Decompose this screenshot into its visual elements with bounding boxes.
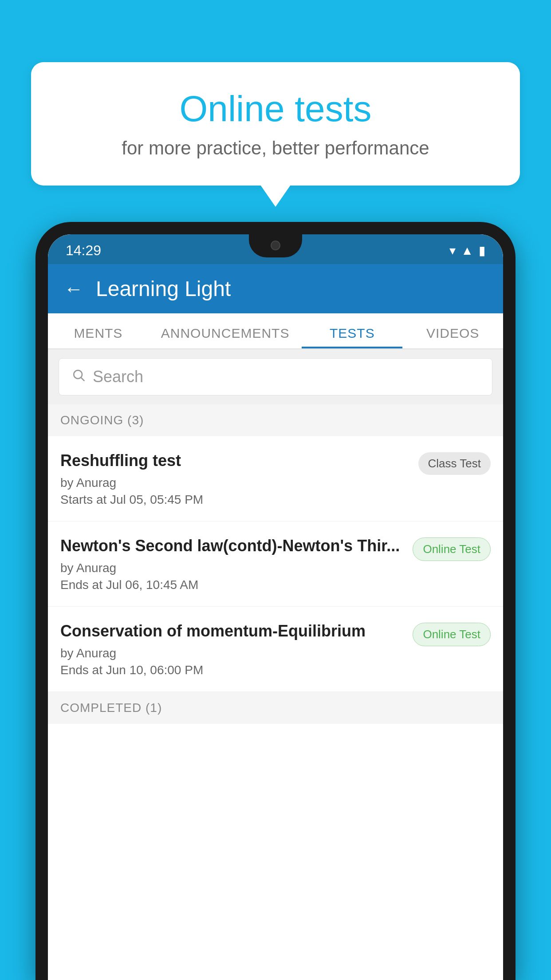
test-badge-online: Online Test xyxy=(413,623,491,646)
tab-videos[interactable]: VIDEOS xyxy=(402,313,503,348)
tab-ments[interactable]: MENTS xyxy=(48,313,149,348)
test-info: Newton's Second law(contd)-Newton's Thir… xyxy=(60,536,413,592)
test-item[interactable]: Conservation of momentum-Equilibrium by … xyxy=(48,607,503,692)
test-author: by Anurag xyxy=(60,646,404,660)
test-time: Starts at Jul 05, 05:45 PM xyxy=(60,493,409,507)
screen-content: Search ONGOING (3) Reshuffling test by A… xyxy=(48,349,503,980)
test-badge-online: Online Test xyxy=(413,537,491,561)
test-badge-class: Class Test xyxy=(418,452,491,475)
completed-label: COMPLETED (1) xyxy=(60,701,162,715)
bubble-subtitle: for more practice, better performance xyxy=(67,138,484,159)
test-item[interactable]: Reshuffling test by Anurag Starts at Jul… xyxy=(48,436,503,522)
notch xyxy=(249,234,302,257)
svg-point-0 xyxy=(74,371,82,379)
test-author: by Anurag xyxy=(60,561,404,575)
tab-tests[interactable]: TESTS xyxy=(302,313,402,348)
svg-line-1 xyxy=(81,378,84,381)
search-input[interactable]: Search xyxy=(93,368,143,386)
camera xyxy=(271,241,280,250)
test-time: Ends at Jul 06, 10:45 AM xyxy=(60,578,404,592)
phone-wrapper: 14:29 ▾ ▲ ▮ ← Learning Light MENTS ANNOU… xyxy=(35,222,516,980)
status-icons: ▾ ▲ ▮ xyxy=(449,243,485,258)
test-name: Conservation of momentum-Equilibrium xyxy=(60,621,404,642)
app-title: Learning Light xyxy=(96,277,231,301)
search-bar[interactable]: Search xyxy=(59,358,492,395)
test-time: Ends at Jun 10, 06:00 PM xyxy=(60,663,404,677)
status-bar: 14:29 ▾ ▲ ▮ xyxy=(48,234,503,264)
speech-bubble-container: Online tests for more practice, better p… xyxy=(31,62,520,186)
test-name: Reshuffling test xyxy=(60,450,409,471)
test-name: Newton's Second law(contd)-Newton's Thir… xyxy=(60,536,404,557)
battery-icon: ▮ xyxy=(479,243,485,258)
test-info: Conservation of momentum-Equilibrium by … xyxy=(60,621,413,677)
test-list: Reshuffling test by Anurag Starts at Jul… xyxy=(48,436,503,692)
signal-icon: ▲ xyxy=(461,244,473,258)
speech-bubble: Online tests for more practice, better p… xyxy=(31,62,520,186)
tabs-container: MENTS ANNOUNCEMENTS TESTS VIDEOS xyxy=(48,313,503,349)
app-header: ← Learning Light xyxy=(48,264,503,313)
bubble-title: Online tests xyxy=(67,89,484,129)
ongoing-section-header: ONGOING (3) xyxy=(48,404,503,436)
tab-announcements[interactable]: ANNOUNCEMENTS xyxy=(149,313,302,348)
completed-section-header: COMPLETED (1) xyxy=(48,692,503,724)
search-icon xyxy=(71,368,86,386)
status-time: 14:29 xyxy=(66,242,101,259)
phone-inner: 14:29 ▾ ▲ ▮ ← Learning Light MENTS ANNOU… xyxy=(48,234,503,980)
ongoing-label: ONGOING (3) xyxy=(60,413,144,427)
search-container: Search xyxy=(48,349,503,404)
phone-frame: 14:29 ▾ ▲ ▮ ← Learning Light MENTS ANNOU… xyxy=(35,222,516,980)
back-button[interactable]: ← xyxy=(64,278,83,300)
test-item[interactable]: Newton's Second law(contd)-Newton's Thir… xyxy=(48,522,503,607)
wifi-icon: ▾ xyxy=(449,243,456,258)
test-author: by Anurag xyxy=(60,476,409,490)
test-info: Reshuffling test by Anurag Starts at Jul… xyxy=(60,450,418,507)
